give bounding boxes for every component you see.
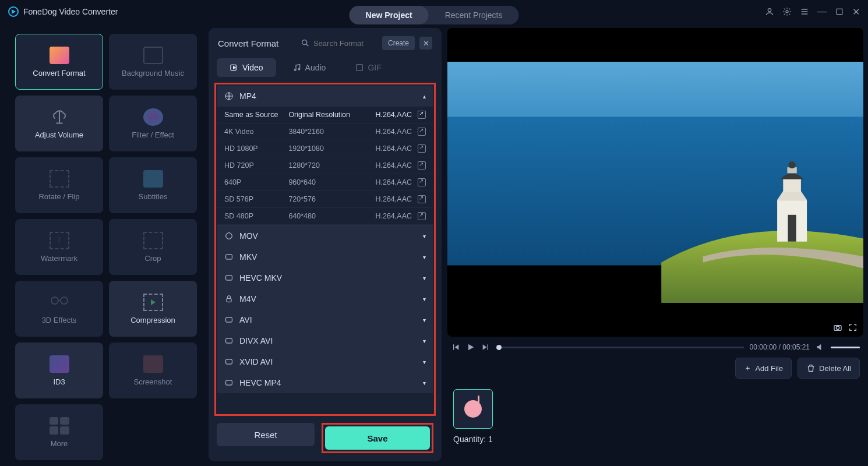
format-group-xvid-avi[interactable]: XVID AVI▾: [217, 351, 433, 372]
edit-icon[interactable]: [418, 128, 426, 136]
chevron-down-icon: ▾: [423, 296, 426, 302]
seek-slider[interactable]: [496, 347, 744, 348]
menu-icon[interactable]: [800, 7, 809, 16]
format-row[interactable]: 640P960*640H.264,AAC: [217, 174, 433, 191]
panel-close-icon[interactable]: ✕: [419, 37, 432, 50]
glasses-icon: [50, 294, 69, 311]
search-input[interactable]: [313, 39, 377, 48]
settings-icon[interactable]: [782, 7, 792, 16]
tool-rotate-flip[interactable]: Rotate / Flip: [15, 157, 103, 213]
id3-icon: [50, 355, 69, 373]
tool-label: Rotate / Flip: [38, 192, 79, 201]
skip-forward-icon[interactable]: [481, 343, 491, 352]
edit-icon[interactable]: [418, 144, 426, 153]
tool-subtitles[interactable]: Subtitles: [109, 157, 197, 213]
tool-convert-format[interactable]: Convert Format: [15, 34, 103, 90]
tool-watermark[interactable]: T Watermark: [15, 219, 103, 275]
gif-icon: [355, 63, 364, 72]
maximize-icon[interactable]: [835, 7, 844, 16]
chevron-down-icon: ▾: [423, 380, 426, 386]
tool-screenshot[interactable]: Screenshot: [109, 343, 197, 398]
format-row[interactable]: 4K Video3840*2160H.264,AAC: [217, 123, 433, 140]
queue-item[interactable]: [453, 389, 493, 429]
svg-point-27: [836, 326, 839, 329]
format-group-divx-avi[interactable]: DIVX AVI▾: [217, 330, 433, 351]
format-group-mkv[interactable]: MKV▾: [217, 246, 433, 267]
film-icon: [224, 252, 234, 262]
video-preview[interactable]: [447, 28, 863, 337]
svg-rect-12: [226, 255, 232, 259]
svg-rect-19: [447, 62, 863, 120]
format-group-mov[interactable]: MOV▾: [217, 225, 433, 246]
format-row[interactable]: SD 576P720*576H.264,AAC: [217, 191, 433, 208]
svg-point-4: [61, 297, 68, 304]
app-logo-icon: [8, 6, 19, 17]
watermark-icon: T: [50, 232, 69, 249]
globe-icon: [224, 91, 234, 101]
svg-point-24: [788, 161, 795, 168]
add-file-button[interactable]: ＋ Add File: [735, 358, 792, 379]
format-group-hevc-mp4[interactable]: HEVC MP4▾: [217, 372, 433, 393]
subtitles-icon: [143, 170, 163, 188]
format-row[interactable]: SD 480P640*480H.264,AAC: [217, 208, 433, 225]
svg-point-7: [294, 69, 296, 71]
format-row[interactable]: HD 720P1280*720H.264,AAC: [217, 157, 433, 174]
edit-icon[interactable]: [418, 178, 426, 186]
tool-label: More: [51, 439, 68, 448]
svg-rect-13: [226, 276, 232, 280]
tool-compression[interactable]: Compression: [109, 281, 197, 337]
tool-background-music[interactable]: Background Music: [109, 34, 197, 90]
svg-point-8: [298, 68, 300, 70]
create-button[interactable]: Create: [382, 36, 415, 50]
tool-filter-effect[interactable]: Filter / Effect: [109, 96, 197, 151]
save-button[interactable]: Save: [325, 426, 430, 450]
account-icon[interactable]: [765, 7, 774, 16]
delete-all-button[interactable]: Delete All: [798, 358, 860, 379]
svg-rect-16: [226, 338, 232, 343]
film-icon: [224, 378, 234, 387]
tab-new-project[interactable]: New Project: [350, 6, 429, 24]
film-icon: [224, 315, 234, 324]
format-tab-audio[interactable]: Audio: [280, 58, 339, 77]
skip-back-icon[interactable]: [451, 343, 460, 352]
chevron-down-icon: ▾: [423, 317, 426, 323]
svg-rect-9: [357, 65, 363, 71]
close-icon[interactable]: ✕: [852, 6, 860, 17]
lock-icon: [224, 294, 234, 303]
quantity-label: Quantity: 1: [453, 435, 858, 444]
edit-icon[interactable]: [418, 111, 426, 119]
music-icon: [143, 47, 163, 64]
play-icon[interactable]: [466, 343, 475, 352]
volume-slider[interactable]: [831, 347, 860, 348]
edit-icon[interactable]: [418, 195, 426, 203]
svg-rect-22: [783, 179, 801, 192]
tab-recent-projects[interactable]: Recent Projects: [429, 6, 519, 24]
fullscreen-icon[interactable]: [848, 323, 858, 332]
format-row-header[interactable]: Same as Source Original Resolution H.264…: [217, 107, 433, 123]
format-row[interactable]: HD 1080P1920*1080H.264,AAC: [217, 140, 433, 157]
tool-3d-effects[interactable]: 3D Effects: [15, 281, 103, 337]
camera-icon[interactable]: [833, 323, 842, 332]
reset-button[interactable]: Reset: [217, 423, 315, 446]
format-tab-video[interactable]: Video: [217, 58, 276, 77]
format-group-avi[interactable]: AVI▾: [217, 309, 433, 330]
format-group-m4v[interactable]: M4V▾: [217, 288, 433, 309]
minimize-icon[interactable]: —: [817, 6, 827, 17]
chevron-up-icon: ▴: [423, 93, 426, 100]
trash-icon: [806, 363, 816, 373]
tool-more[interactable]: More: [15, 404, 103, 460]
format-group-mp4[interactable]: MP4 ▴: [217, 86, 433, 107]
tool-id3[interactable]: ID3: [15, 343, 103, 398]
tool-label: 3D Effects: [42, 316, 77, 324]
app-title: FoneDog Video Converter: [23, 7, 118, 16]
format-tab-gif[interactable]: GIF: [342, 58, 394, 77]
tool-adjust-volume[interactable]: Adjust Volume: [15, 96, 103, 151]
volume-icon[interactable]: [816, 343, 825, 352]
edit-icon[interactable]: [418, 212, 426, 220]
tool-label: Convert Format: [33, 69, 85, 77]
tool-crop[interactable]: Crop: [109, 219, 197, 275]
chevron-down-icon: ▾: [423, 254, 426, 260]
volume-icon: [50, 108, 69, 126]
edit-icon[interactable]: [418, 161, 426, 170]
format-group-hevc-mkv[interactable]: HEVC MKV▾: [217, 267, 433, 288]
